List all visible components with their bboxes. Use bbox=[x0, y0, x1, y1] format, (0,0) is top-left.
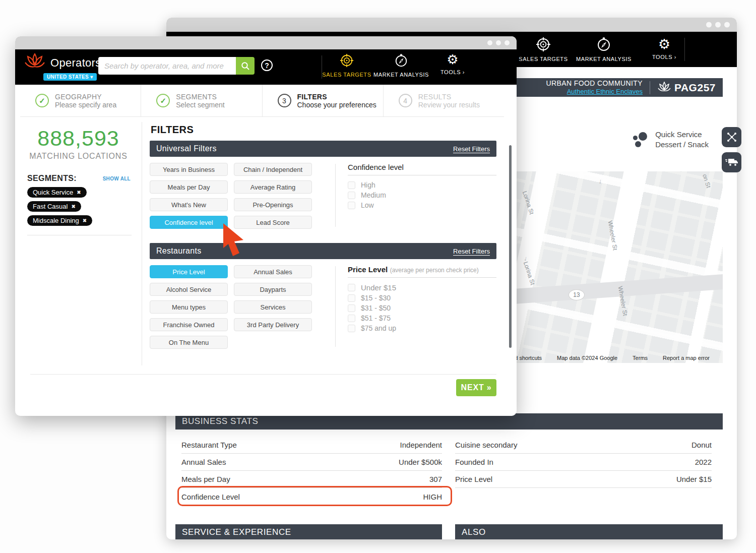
option-low[interactable]: Low bbox=[348, 200, 496, 210]
show-all-link[interactable]: SHOW ALL bbox=[103, 176, 131, 181]
search-input[interactable] bbox=[98, 57, 236, 75]
window-dot[interactable] bbox=[496, 40, 501, 45]
option-15-30[interactable]: $15 - $30 bbox=[348, 293, 496, 303]
checkbox[interactable] bbox=[348, 181, 355, 189]
community-link[interactable]: Authentic Ethnic Enclaves bbox=[546, 88, 643, 96]
segment-tag[interactable]: Fast Casual ✖ bbox=[27, 201, 81, 212]
terms-link[interactable]: Terms bbox=[633, 355, 648, 361]
also-header: ALSO bbox=[455, 524, 723, 539]
report-map-error-link[interactable]: Report a map error bbox=[663, 355, 710, 361]
filter-alcohol-service[interactable]: Alcohol Service bbox=[150, 283, 228, 296]
stat-row: Cuisine secondary Donut bbox=[455, 437, 712, 454]
checkbox[interactable] bbox=[348, 315, 355, 322]
filter-lead-score[interactable]: Lead Score bbox=[234, 216, 312, 229]
filter-price-level[interactable]: Price Level bbox=[150, 265, 228, 278]
chevron-right-icon: › bbox=[674, 54, 676, 60]
window-dot[interactable] bbox=[487, 40, 492, 45]
front-top-nav: Operators UNITED STATES ▾ ? bbox=[15, 49, 517, 85]
step-results[interactable]: 4 RESULTS Review your results bbox=[384, 85, 504, 117]
option-medium[interactable]: Medium bbox=[348, 190, 496, 200]
option-31-50[interactable]: $31 - $50 bbox=[348, 303, 496, 313]
filter-on-the-menu[interactable]: On The Menu bbox=[150, 336, 228, 349]
window-dot[interactable] bbox=[706, 22, 712, 28]
checkbox[interactable] bbox=[348, 284, 355, 291]
divider bbox=[650, 81, 650, 94]
segment-tag[interactable]: Midscale Dining ✖ bbox=[27, 215, 92, 226]
option-51-75[interactable]: $51 - $75 bbox=[348, 313, 496, 323]
stat-row: Annual Sales Under $500k bbox=[181, 454, 442, 471]
filter-services[interactable]: Services bbox=[234, 300, 312, 314]
filter-dayparts[interactable]: Dayparts bbox=[234, 283, 312, 296]
step-filters[interactable]: 3 FILTERS Choose your preferences bbox=[263, 85, 384, 117]
page: SALES TARGETS MARKET ANALYSIS ⚙ TOOLS › bbox=[0, 0, 756, 553]
nav-sales-targets[interactable]: SALES TARGETS bbox=[513, 37, 574, 62]
filter-confidence-level[interactable]: Confidence level bbox=[150, 216, 228, 229]
confidence-level-panel: Confidence level High Medium bbox=[336, 163, 496, 229]
nav-tools[interactable]: ⚙ TOOLS › bbox=[634, 37, 695, 60]
step-segments[interactable]: ✓ SEGMENTS Select segment bbox=[141, 85, 262, 117]
front-window-titlebar[interactable] bbox=[15, 36, 517, 49]
remove-tag-icon[interactable]: ✖ bbox=[77, 190, 81, 195]
filter-chain-independent[interactable]: Chain / Independent bbox=[234, 163, 312, 176]
scrollbar[interactable] bbox=[509, 145, 512, 348]
filter-menu-types[interactable]: Menu types bbox=[150, 300, 228, 314]
filter-meals-per-day[interactable]: Meals per Day bbox=[150, 180, 228, 194]
step-check-icon: ✓ bbox=[35, 94, 49, 107]
filter-whats-new[interactable]: What's New bbox=[150, 198, 228, 211]
filter-pre-openings[interactable]: Pre-Openings bbox=[234, 198, 312, 211]
lotus-icon bbox=[657, 81, 671, 94]
nav-sales-targets[interactable]: SALES TARGETS bbox=[317, 53, 377, 78]
filters-heading: FILTERS bbox=[151, 124, 496, 136]
reset-filters-link[interactable]: Reset Filters bbox=[453, 248, 490, 255]
universal-filter-buttons: Years in Business Chain / Independent Me… bbox=[150, 163, 321, 229]
nav-market-analysis[interactable]: MARKET ANALYSIS bbox=[574, 37, 634, 62]
divider bbox=[142, 122, 142, 365]
filter-franchise-owned[interactable]: Franchise Owned bbox=[150, 318, 228, 331]
checkbox[interactable] bbox=[348, 202, 355, 209]
truck-icon bbox=[725, 157, 738, 167]
remove-tag-icon[interactable]: ✖ bbox=[71, 204, 75, 209]
checkbox[interactable] bbox=[348, 325, 355, 332]
window-dot[interactable] bbox=[724, 22, 730, 28]
step-geography[interactable]: ✓ GEOGRAPHY Please specify area bbox=[20, 85, 141, 117]
back-window-titlebar[interactable] bbox=[166, 18, 737, 32]
summary-panel: 888,593 MATCHING LOCATIONS SEGMENTS: SHO… bbox=[15, 117, 142, 235]
brand[interactable]: Operators bbox=[23, 51, 101, 75]
option-75-up[interactable]: $75 and up bbox=[348, 323, 496, 333]
filter-3rd-party-delivery[interactable]: 3rd Party Delivery bbox=[234, 318, 312, 331]
cluster-dots-icon bbox=[633, 132, 648, 147]
remove-tag-icon[interactable]: ✖ bbox=[83, 218, 87, 223]
filter-average-rating[interactable]: Average Rating bbox=[234, 180, 312, 194]
front-window: Operators UNITED STATES ▾ ? bbox=[15, 36, 517, 416]
stat-row: Founded In 2022 bbox=[455, 454, 712, 471]
brand-name: Operators bbox=[50, 56, 101, 70]
option-high[interactable]: High bbox=[348, 180, 496, 190]
checkbox[interactable] bbox=[348, 192, 355, 199]
filter-annual-sales[interactable]: Annual Sales bbox=[234, 265, 312, 278]
next-button[interactable]: NEXT » bbox=[456, 379, 496, 396]
step-number: 3 bbox=[278, 94, 291, 107]
search-button[interactable] bbox=[236, 57, 255, 75]
searchbar bbox=[98, 57, 255, 75]
expand-network-button[interactable] bbox=[722, 127, 741, 147]
window-dot[interactable] bbox=[505, 40, 510, 45]
country-selector[interactable]: UNITED STATES ▾ bbox=[43, 73, 97, 81]
nav-tools[interactable]: ⚙ TOOLS › bbox=[422, 52, 483, 75]
checkbox[interactable] bbox=[348, 294, 355, 302]
filter-years-in-business[interactable]: Years in Business bbox=[150, 163, 228, 176]
chevron-right-icon: › bbox=[463, 69, 465, 75]
divider bbox=[27, 235, 132, 235]
option-under-15[interactable]: Under $15 bbox=[348, 282, 496, 293]
step-number: 4 bbox=[399, 94, 412, 107]
delivery-button[interactable] bbox=[722, 152, 741, 172]
help-button[interactable]: ? bbox=[261, 59, 273, 71]
service-experience-header: SERVICE & EXPERIENCE bbox=[175, 524, 442, 539]
window-dot[interactable] bbox=[715, 22, 721, 28]
checkbox[interactable] bbox=[348, 304, 355, 312]
reset-filters-link[interactable]: Reset Filters bbox=[453, 145, 490, 153]
route-shield: 13 bbox=[569, 289, 585, 300]
legend-line2: Dessert / Snack bbox=[655, 140, 709, 150]
stat-row-confidence: Confidence Level HIGH bbox=[181, 488, 442, 505]
segment-tag[interactable]: Quick Service ✖ bbox=[27, 187, 87, 198]
universal-filters-bar: Universal Filters Reset Filters bbox=[150, 141, 496, 157]
